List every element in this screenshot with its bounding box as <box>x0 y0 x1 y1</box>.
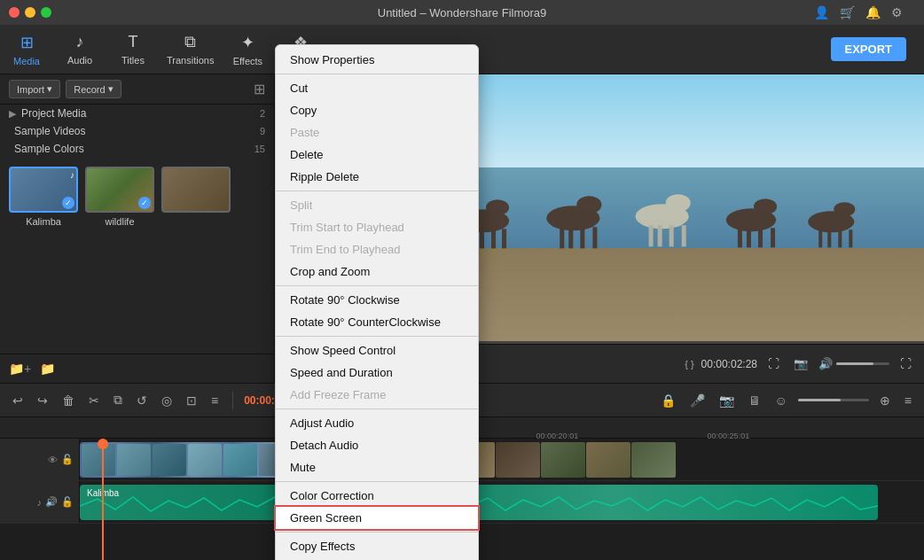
lock-icon[interactable]: 🔒 <box>657 392 679 409</box>
svg-rect-27 <box>747 229 751 248</box>
menu-item-rotate-cw[interactable]: Rotate 90° Clockwise <box>276 289 478 311</box>
svg-point-7 <box>486 199 509 215</box>
menu-item-copy[interactable]: Copy <box>276 99 478 121</box>
copy-tl-button[interactable]: ⧉ <box>110 391 126 409</box>
menu-item-mute[interactable]: Mute <box>276 456 478 478</box>
fullscreen-button[interactable]: ⛶ <box>764 354 783 374</box>
settings-icon[interactable]: ⚙ <box>888 2 906 23</box>
sample-colors-row[interactable]: Sample Colors 15 <box>0 140 274 158</box>
kalimba-thumbnail[interactable]: ♪ ✓ <box>9 167 78 213</box>
menu-item-speed-duration[interactable]: Speed and Duration <box>276 362 478 384</box>
cart-icon[interactable]: 🛒 <box>836 2 858 23</box>
maximize-button[interactable] <box>41 7 51 18</box>
svg-rect-14 <box>560 228 564 249</box>
cut-tl-button[interactable]: ✂ <box>85 392 103 409</box>
emoji-icon[interactable]: ☺ <box>771 392 791 409</box>
sample-videos-row[interactable]: Sample Videos 9 <box>0 122 274 140</box>
clip-frame <box>188 444 222 476</box>
import-button[interactable]: Import ▾ <box>9 80 60 98</box>
menu-item-green-screen[interactable]: Green Screen <box>276 507 478 529</box>
audio-track-music-icon[interactable]: ♪ <box>37 497 43 508</box>
toolbar-label-transitions: Transitions <box>167 55 214 66</box>
undo-button[interactable]: ↩ <box>9 392 27 409</box>
project-media-row[interactable]: ▶ Project Media 2 <box>0 105 274 122</box>
menu-item-paste[interactable]: Paste <box>276 121 478 144</box>
menu-item-show-speed[interactable]: Show Speed Control <box>276 339 478 362</box>
menu-item-color-correction[interactable]: Color Correction <box>276 485 478 507</box>
menu-item-add-freeze[interactable]: Add Freeze Frame <box>276 384 478 406</box>
media-thumb-extra[interactable] <box>161 167 231 227</box>
menu-item-trim-end[interactable]: Trim End to Playhead <box>276 238 478 261</box>
speed-tl-button[interactable]: ◎ <box>158 392 176 409</box>
menu-item-cut[interactable]: Cut <box>276 77 478 99</box>
menu-item-crop-zoom[interactable]: Crop and Zoom <box>276 261 478 283</box>
mic-icon[interactable]: 🎤 <box>686 392 709 409</box>
playhead[interactable] <box>102 439 104 560</box>
titles-icon: T <box>129 33 138 51</box>
project-media-count: 2 <box>260 108 265 119</box>
project-media-label: Project Media <box>21 107 260 120</box>
volume-control[interactable]: 🔊 <box>818 357 889 370</box>
record-button[interactable]: Record ▾ <box>66 80 121 98</box>
screenshot-button[interactable]: 📷 <box>790 354 811 374</box>
menu-item-detach-audio[interactable]: Detach Audio <box>276 434 478 456</box>
toolbar-item-audio[interactable]: ♪ Audio <box>53 25 106 74</box>
video-track-eye-button[interactable]: 👁 <box>48 455 58 465</box>
menu-item-ripple-delete[interactable]: Ripple Delete <box>276 166 478 188</box>
volume-icon: 🔊 <box>818 357 833 370</box>
sample-colors-count: 15 <box>254 144 265 154</box>
svg-rect-10 <box>491 229 496 249</box>
timeline-settings-button[interactable]: ≡ <box>901 392 915 409</box>
context-menu: Show Properties Cut Copy Paste Delete Ri… <box>275 44 479 560</box>
toolbar-item-media[interactable]: ⊞ Media <box>0 25 53 74</box>
loop-button[interactable]: ↺ <box>133 392 151 409</box>
grid-view-button[interactable]: ⊞ <box>254 81 265 97</box>
toolbar-item-effects[interactable]: ✦ Effects <box>221 25 274 74</box>
wildlife-check-icon: ✓ <box>138 197 151 209</box>
menu-item-show-properties[interactable]: Show Properties <box>276 49 478 71</box>
video-track-lock-button[interactable]: 🔓 <box>61 454 74 465</box>
window-controls[interactable] <box>9 7 51 18</box>
zoom-reset-button[interactable]: ⊕ <box>876 392 894 409</box>
monitor-icon[interactable]: 🖥 <box>745 392 764 409</box>
camera-icon[interactable]: 📷 <box>716 392 738 409</box>
timeline-right-icons: 🔒 🎤 📷 🖥 ☺ ⊕ ≡ <box>657 392 915 409</box>
audio-track-speaker-button[interactable]: 🔊 <box>45 496 58 508</box>
folder-button[interactable]: 📁 <box>40 362 55 376</box>
toolbar-item-transitions[interactable]: ⧉ Transitions <box>160 25 221 74</box>
redo-button[interactable]: ↪ <box>34 392 51 409</box>
extra-thumbnail[interactable] <box>161 167 231 213</box>
split-tl-button[interactable]: ≡ <box>208 392 222 409</box>
minimize-button[interactable] <box>25 7 35 18</box>
notification-icon[interactable]: 🔔 <box>862 2 884 23</box>
menu-item-copy-effects[interactable]: Copy Effects <box>276 535 478 557</box>
add-folder-button[interactable]: 📁+ <box>9 362 31 376</box>
clip-frame <box>117 444 151 476</box>
media-thumb-wildlife[interactable]: ✓ wildlife <box>85 167 154 227</box>
export-button[interactable]: EXPORT <box>831 37 906 61</box>
audio-track-lock-button[interactable]: 🔓 <box>61 496 74 508</box>
expand-button[interactable]: ⛶ <box>897 354 915 374</box>
svg-rect-26 <box>738 229 742 248</box>
toolbar-item-titles[interactable]: T Titles <box>106 25 160 74</box>
menu-item-adjust-audio[interactable]: Adjust Audio <box>276 412 478 434</box>
wildlife-thumbnail[interactable]: ✓ <box>85 167 154 213</box>
audio-track-content[interactable]: Kalimba <box>80 481 924 523</box>
kalimba-audio-clip[interactable]: Kalimba <box>80 485 878 520</box>
menu-item-delete[interactable]: Delete <box>276 144 478 166</box>
close-button[interactable] <box>9 7 20 18</box>
crop-tl-button[interactable]: ⊡ <box>183 392 200 409</box>
time-ratio-label: { } <box>685 359 693 369</box>
zoom-slider[interactable] <box>798 399 869 401</box>
menu-item-split[interactable]: Split <box>276 194 478 216</box>
media-thumb-kalimba[interactable]: ♪ ✓ Kalimba <box>9 167 78 227</box>
menu-item-rotate-ccw[interactable]: Rotate 90° CounterClockwise <box>276 311 478 333</box>
svg-rect-21 <box>657 226 662 247</box>
user-icon[interactable]: 👤 <box>810 2 833 23</box>
clip-frame <box>223 444 257 476</box>
menu-item-trim-start[interactable]: Trim Start to Playhead <box>276 216 478 238</box>
volume-slider-track[interactable] <box>836 362 889 365</box>
video-track-content[interactable]: wildlife <box>80 439 924 480</box>
delete-tl-button[interactable]: 🗑 <box>59 392 78 409</box>
menu-separator-6 <box>276 481 478 482</box>
